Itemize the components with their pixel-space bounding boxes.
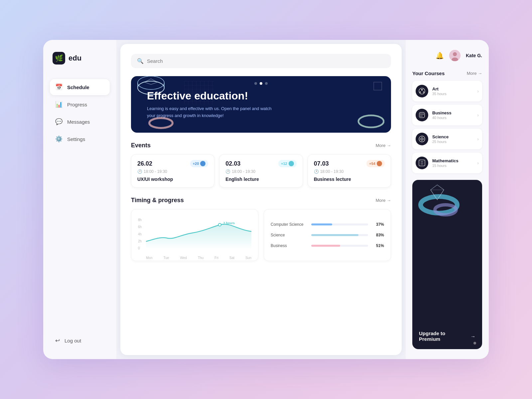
svg-point-21	[423, 91, 424, 93]
search-bar[interactable]: 🔍	[131, 54, 391, 68]
event-date: 07.03	[314, 160, 329, 167]
nav-items: 📅 Schedule 📊 Progress 💬 Messages ⚙️ Sett…	[50, 79, 110, 333]
logo-icon: 🌿	[53, 52, 65, 65]
svg-point-19	[421, 89, 423, 91]
hero-banner: Effective education! Learning is easy an…	[131, 76, 391, 133]
event-card-3[interactable]: 07.03 +54 🕐 18:00 - 19:30 Business lectu…	[308, 154, 391, 188]
event-time: 🕐 18:00 - 19:30	[225, 169, 296, 174]
sidebar-item-label: Progress	[67, 102, 87, 107]
hero-dot	[254, 82, 257, 85]
logout-label: Log out	[65, 338, 81, 343]
upgrade-card[interactable]: Upgrade to Premium →	[412, 180, 482, 349]
timing-header: Timing & progress More →	[131, 197, 391, 204]
logout-button[interactable]: ↩ Log out	[50, 333, 110, 348]
course-item-science[interactable]: Science 25 hours ›	[412, 129, 482, 149]
clock-icon: 🕐	[225, 169, 230, 174]
avatar	[449, 50, 461, 61]
user-name: Kate G.	[466, 53, 482, 58]
events-more-link[interactable]: More →	[376, 143, 391, 148]
event-card-header: 07.03 +54	[314, 160, 385, 167]
logo-area: 🌿 edu	[50, 52, 110, 65]
event-name: UX/UI workshop	[137, 177, 208, 182]
courses-more-link[interactable]: More →	[467, 71, 482, 76]
progress-item-science: Science 83%	[271, 233, 384, 237]
svg-point-26	[420, 116, 421, 117]
progress-label: Business	[271, 243, 307, 248]
progress-bar-fill	[311, 223, 332, 225]
course-name: Business	[432, 110, 473, 115]
events-title: Events	[131, 142, 151, 149]
svg-line-8	[151, 82, 158, 84]
progress-label: Computer Science	[271, 222, 307, 227]
line-chart-svg: 7 hours	[146, 218, 251, 248]
event-date: 02.03	[225, 160, 240, 167]
bell-icon[interactable]: 🔔	[436, 52, 444, 60]
events-grid: 26.02 +20 🕐 18:00 - 19:30 UX/UI workshop…	[131, 154, 391, 188]
chart-area: 8h 6h 4h 2h 0	[138, 218, 251, 255]
sidebar-item-progress[interactable]: 📊 Progress	[50, 96, 110, 112]
course-info: Business 40 hours	[432, 110, 473, 120]
chart-x-labels: Mon Tue Wed Thu Fri Sat Sun	[146, 256, 251, 260]
svg-text:7 hours: 7 hours	[223, 221, 234, 225]
clock-icon: 🕐	[137, 169, 142, 174]
timing-grid: 8h 6h 4h 2h 0	[131, 209, 391, 261]
upgrade-shape	[416, 183, 462, 226]
message-icon: 💬	[55, 118, 63, 125]
course-info: Mathematics 15 hours	[432, 158, 473, 168]
progress-bar-bg	[311, 234, 368, 236]
svg-rect-22	[419, 112, 425, 118]
sidebar-item-label: Messages	[67, 119, 90, 125]
calendar-icon: 📅	[55, 83, 63, 91]
hero-dot	[265, 82, 268, 85]
right-header: 🔔 Kate G.	[412, 50, 482, 61]
event-name: Business lecture	[314, 177, 385, 182]
right-panel: 🔔 Kate G. Your Courses More →	[406, 40, 489, 359]
progress-item-business: Business 51%	[271, 243, 384, 248]
hero-dots	[254, 82, 268, 85]
event-badge: +12	[278, 160, 297, 167]
chart-inner: 7 hours	[146, 218, 251, 255]
svg-point-27	[422, 116, 423, 117]
logo-text: edu	[68, 54, 81, 63]
course-item-business[interactable]: Business 40 hours ›	[412, 105, 482, 125]
event-date: 26.02	[137, 160, 152, 167]
progress-item-cs: Computer Science 37%	[271, 222, 384, 227]
course-icon-art	[416, 85, 428, 97]
chart-card: 8h 6h 4h 2h 0	[131, 209, 258, 261]
event-card-2[interactable]: 02.03 +12 🕐 18:00 - 19:30 English lectur…	[219, 154, 303, 188]
clock-icon: 🕐	[314, 169, 319, 174]
courses-title: Your Courses	[412, 70, 445, 76]
course-icon-science	[416, 133, 428, 145]
progress-bar-fill	[311, 234, 358, 236]
event-badge: +20	[190, 160, 208, 167]
event-name: English lecture	[225, 177, 296, 182]
course-hours: 35 hours	[432, 92, 473, 96]
course-item-art[interactable]: Art 35 hours ›	[412, 81, 482, 101]
svg-line-7	[144, 82, 151, 84]
svg-point-13	[219, 224, 221, 226]
course-item-mathematics[interactable]: Mathematics 15 hours ›	[412, 153, 482, 173]
svg-rect-10	[374, 82, 382, 90]
app-container: 🌿 edu 📅 Schedule 📊 Progress 💬 Messages ⚙…	[43, 40, 489, 359]
sidebar-item-messages[interactable]: 💬 Messages	[50, 114, 110, 130]
chart-y-labels: 8h 6h 4h 2h 0	[138, 218, 142, 255]
event-time: 🕐 18:00 - 19:30	[314, 169, 385, 174]
chart-icon: 📊	[55, 101, 63, 108]
gear-icon: ⚙️	[55, 135, 63, 143]
chevron-right-icon: ›	[477, 136, 479, 142]
upgrade-dot	[473, 342, 476, 344]
svg-point-25	[423, 114, 424, 115]
course-icon-mathematics	[416, 157, 428, 169]
hero-subtitle: Learning is easy and effective with us. …	[147, 105, 273, 119]
courses-header: Your Courses More →	[412, 70, 482, 76]
search-icon: 🔍	[137, 58, 144, 64]
timing-more-link[interactable]: More →	[376, 198, 391, 203]
main-content: 🔍	[120, 44, 402, 355]
search-input[interactable]	[147, 58, 385, 64]
progress-label: Science	[271, 233, 307, 237]
event-card-1[interactable]: 26.02 +20 🕐 18:00 - 19:30 UX/UI workshop	[131, 154, 214, 188]
progress-bar-bg	[311, 245, 368, 247]
sidebar-item-schedule[interactable]: 📅 Schedule	[50, 79, 110, 95]
sidebar-item-settings[interactable]: ⚙️ Settings	[50, 131, 110, 147]
shape-br	[354, 110, 384, 133]
